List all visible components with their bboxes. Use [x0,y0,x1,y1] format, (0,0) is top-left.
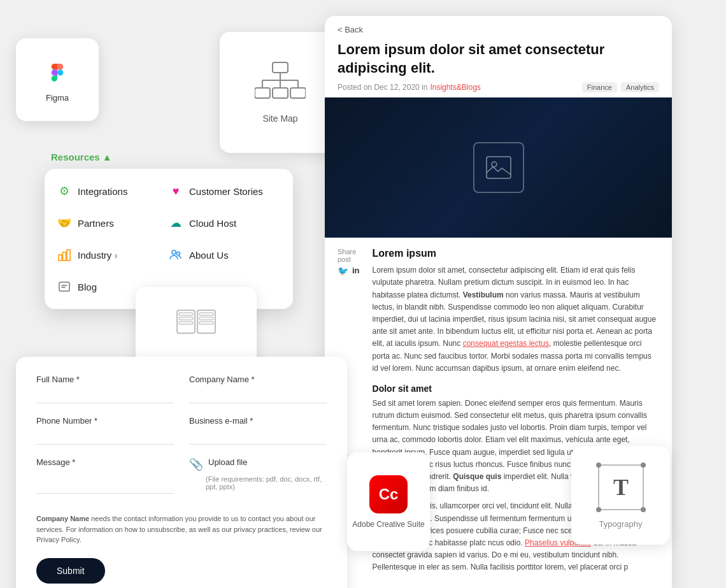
svg-rect-22 [199,322,213,324]
phone-label: Phone Number * [36,416,174,426]
company-name-label: Company Name * [189,375,327,384]
figma-icon [42,57,73,88]
svg-point-13 [177,252,180,255]
partners-label: Partners [78,218,114,229]
share-label: Share post [338,248,360,263]
company-name-strong: Company Name [36,515,89,522]
blog-tags: Finance Analytics [582,82,659,92]
blog-icon [57,280,71,294]
svg-rect-21 [199,317,213,320]
article-paragraph-1: Lorem ipsum dolor sit amet, consectetur … [373,264,659,375]
article-subheading: Dolor sit amet [373,384,659,394]
blog-meta: Posted on Dec 12, 2020 in Insights&Blogs… [325,80,672,97]
adobe-icon: Cc [369,475,408,513]
sitemap-label: Site Map [262,113,297,124]
industry-label: Industry [78,250,118,261]
hero-placeholder [473,142,524,193]
svg-rect-14 [59,282,69,291]
upload-area: 📎 Upload file (File requirements: pdf, d… [189,457,327,501]
svg-rect-10 [63,252,66,261]
svg-rect-6 [255,88,270,98]
paperclip-icon: 📎 [189,457,203,471]
about-us-label: About Us [189,250,229,261]
partners-icon: 🤝 [57,216,71,230]
svg-rect-23 [487,157,511,178]
form-grid: Full Name * Company Name * Phone Number … [36,375,327,501]
cloud-host-label: Cloud Host [189,218,236,229]
blog-title: Lorem ipsum dolor sit amet consectetur a… [325,38,672,80]
menu-item-cloud-host[interactable]: ☁ Cloud Host [169,216,280,230]
phone-field: Phone Number * [36,416,174,445]
svg-point-30 [641,507,646,512]
figma-card: Figma [16,38,99,121]
svg-rect-7 [273,88,288,98]
message-label: Message * [36,457,174,467]
svg-rect-18 [179,322,193,324]
svg-point-27 [596,463,601,468]
upload-hint: (File requirements: pdf, doc, docx, rtf,… [206,475,327,491]
company-name-input[interactable] [189,388,327,403]
prototype-icon [174,307,218,352]
tag-analytics: Analytics [621,82,659,92]
upload-row: 📎 Upload file [189,457,327,471]
email-label: Business e-mail * [189,416,327,426]
industry-icon [57,248,71,262]
svg-rect-11 [67,250,70,261]
back-label[interactable]: < Back [338,25,363,34]
cloud-host-icon: ☁ [169,216,183,230]
menu-item-industry[interactable]: Industry [57,248,169,262]
full-name-label: Full Name * [36,375,174,384]
svg-rect-0 [273,62,288,73]
resources-arrow: ▲ [103,152,112,162]
submit-button[interactable]: Submit [36,558,105,584]
menu-item-partners[interactable]: 🤝 Partners [57,216,169,230]
blog-back-nav[interactable]: < Back [325,16,672,38]
article-heading: Lorem ipsum [373,248,659,259]
email-input[interactable] [189,429,327,445]
upload-label[interactable]: Upload file [208,457,247,467]
company-name-field: Company Name * [189,375,327,403]
adobe-label: Adobe Creative Suite [347,520,429,529]
customer-stories-label: Customer Stories [189,186,263,197]
svg-rect-16 [179,313,193,315]
menu-item-integrations[interactable]: ⚙ Integrations [57,184,169,198]
svg-rect-17 [179,317,193,320]
linkedin-share-icon[interactable]: in [352,266,360,276]
svg-rect-8 [290,88,306,98]
svg-rect-20 [199,313,213,315]
adobe-icon-text: Cc [379,485,399,503]
full-name-field: Full Name * [36,375,174,403]
svg-point-12 [172,250,176,254]
email-field: Business e-mail * [189,416,327,445]
svg-rect-9 [59,255,62,261]
integrations-label: Integrations [78,186,127,197]
sitemap-card: Site Map [220,32,341,153]
typography-card: T Typography [571,446,670,545]
contact-form-card: Full Name * Company Name * Phone Number … [16,357,347,588]
share-block: Share post 🐦 in [338,248,360,276]
blog-meta-prefix: Posted on Dec 12, 2020 in [338,83,427,92]
about-us-icon [169,248,183,262]
menu-item-customer-stories[interactable]: ♥ Customer Stories [169,184,280,198]
share-icons: 🐦 in [338,266,360,276]
message-input[interactable] [36,471,174,494]
figma-label: Figma [46,93,69,103]
menu-item-about-us[interactable]: About Us [169,248,280,262]
blog-label: Blog [78,282,97,292]
resources-trigger[interactable]: Resources ▲ [51,152,112,162]
tag-finance: Finance [582,82,617,92]
svg-point-29 [596,507,601,512]
blog-meta-link[interactable]: Insights&Blogs [430,83,480,92]
twitter-share-icon[interactable]: 🐦 [338,266,348,276]
customer-stories-icon: ♥ [169,184,183,198]
sitemap-icon [255,61,306,106]
svg-point-24 [492,162,497,167]
blog-hero-image [325,97,672,238]
resources-label: Resources [51,152,100,162]
adobe-card: Cc Adobe Creative Suite [347,452,430,551]
svg-text:T: T [613,475,628,500]
phone-input[interactable] [36,429,174,445]
full-name-input[interactable] [36,388,174,403]
typography-icon: T [595,462,646,513]
highlight-text: consequat egestas lectus [463,339,549,348]
